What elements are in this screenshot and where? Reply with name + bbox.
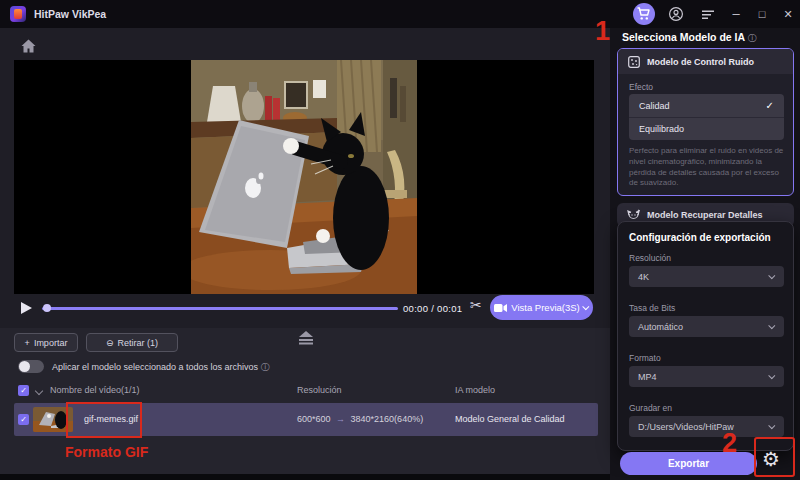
cat-face-icon <box>627 209 640 221</box>
save-path-value: D:/Users/Videos/HitPaw <box>638 422 734 432</box>
column-header-name[interactable]: Nombre del vídeo(1/1) <box>50 385 140 395</box>
seek-slider[interactable] <box>42 307 398 310</box>
close-button[interactable]: ✕ <box>780 6 796 22</box>
chevron-down-icon <box>768 422 775 429</box>
save-path-label: Guradar en <box>629 403 672 413</box>
export-config-popup: Configuración de exportación Resolución … <box>617 221 794 451</box>
home-icon <box>20 38 37 54</box>
info-icon[interactable]: ⓘ <box>748 33 757 43</box>
save-path-select[interactable]: D:/Users/Videos/HitPaw <box>629 416 784 437</box>
resolution-value: 4K <box>638 272 649 282</box>
detail-model-title: Modelo Recuperar Detalles <box>647 210 763 220</box>
maximize-button[interactable]: □ <box>754 6 770 22</box>
panel-title-text: Selecciona Modelo de IA <box>622 31 745 43</box>
resolution-from: 600*600 <box>297 414 331 424</box>
effect-options: Calidad ✓ Equilibrado <box>629 94 784 140</box>
check-icon: ✓ <box>20 386 27 395</box>
video-preview-frame <box>191 60 417 294</box>
account-button[interactable] <box>668 6 684 22</box>
video-camera-icon <box>494 303 507 313</box>
play-button[interactable] <box>21 302 32 314</box>
noise-model-card[interactable]: Modelo de Control Ruido Efecto Calidad ✓… <box>617 48 794 196</box>
menu-button[interactable] <box>700 6 716 22</box>
collapse-panel-button[interactable] <box>298 331 314 349</box>
seek-slider-knob[interactable] <box>43 304 51 312</box>
app-logo-icon <box>10 6 26 22</box>
bitrate-select[interactable]: Automático <box>629 316 784 337</box>
apply-all-label: Aplicar el modelo seleccionado a todos l… <box>52 361 270 374</box>
check-icon: ✓ <box>20 415 27 424</box>
chevron-down-icon <box>768 322 775 329</box>
vista-previa-button[interactable]: Vista Previa(3S) <box>490 295 593 320</box>
column-header-model[interactable]: IA modelo <box>455 385 495 395</box>
cat-laptop-video-frame <box>191 60 417 294</box>
remove-button[interactable]: ⊖ Retirar (1) <box>86 333 178 352</box>
settings-panel: Selecciona Modelo de IA ⓘ Modelo de Cont… <box>610 28 800 480</box>
export-config-title: Configuración de exportación <box>629 232 771 243</box>
bitrate-value: Automático <box>638 322 683 332</box>
eject-icon <box>298 331 314 345</box>
select-all-checkbox[interactable]: ✓ <box>18 385 29 396</box>
option-equilibrado[interactable]: Equilibrado <box>629 117 784 140</box>
import-button[interactable]: + Importar <box>14 333 78 352</box>
resolution-label: Resolución <box>629 253 671 263</box>
remove-circle-icon: ⊖ <box>106 338 114 348</box>
store-button[interactable] <box>633 3 655 25</box>
minimize-button[interactable]: – <box>728 6 744 22</box>
check-icon: ✓ <box>766 100 774 111</box>
row-checkbox[interactable]: ✓ <box>18 414 29 425</box>
bottom-strip <box>0 474 610 480</box>
model-description: Perfecto para eliminar el ruido en video… <box>629 146 785 189</box>
chevron-down-icon <box>582 303 589 310</box>
resolution-select[interactable]: 4K <box>629 266 784 287</box>
option-calidad-label: Calidad <box>639 101 670 111</box>
annotation-formato-gif: Formato GIF <box>65 444 148 460</box>
chevron-down-icon <box>768 272 775 279</box>
plus-icon: + <box>25 338 30 348</box>
annotation-box-gear <box>754 437 795 477</box>
format-value: MP4 <box>638 372 657 382</box>
noise-model-header[interactable]: Modelo de Control Ruido <box>618 49 793 74</box>
time-display: 00:00 / 00:01 <box>403 303 462 314</box>
arrow-icon: → <box>333 414 348 424</box>
panel-title: Selecciona Modelo de IA ⓘ <box>622 31 757 45</box>
vista-previa-label: Vista Previa(3S) <box>511 302 579 313</box>
app-title: HitPaw VikPea <box>34 8 106 20</box>
annotation-box-filename <box>66 402 142 438</box>
titlebar: HitPaw VikPea – □ ✕ <box>0 0 800 28</box>
app-window: HitPaw VikPea – □ ✕ <box>0 0 800 480</box>
annotation-step2: 2 <box>722 428 737 459</box>
noise-reduction-icon <box>628 56 640 68</box>
apply-all-text: Aplicar el modelo seleccionado a todos l… <box>52 362 258 372</box>
trim-scissors-icon[interactable]: ✂ <box>470 297 482 313</box>
resolution-cell: 600*600 → 3840*2160(640%) <box>297 414 423 424</box>
model-cell: Modelo General de Calidad <box>455 414 565 424</box>
account-icon <box>668 6 684 22</box>
format-label: Formato <box>629 353 661 363</box>
bitrate-label: Tasa de Bits <box>629 303 675 313</box>
file-panel: + Importar ⊖ Retirar (1) Aplicar el mode… <box>0 328 610 475</box>
menu-icon <box>700 6 716 22</box>
apply-all-toggle[interactable] <box>18 360 44 373</box>
option-equilibrado-label: Equilibrado <box>639 124 684 134</box>
import-label: Importar <box>34 338 68 348</box>
noise-model-title: Modelo de Control Ruido <box>647 57 754 67</box>
cart-icon <box>633 3 655 25</box>
chevron-down-icon <box>768 372 775 379</box>
video-preview-area[interactable] <box>14 60 594 294</box>
effect-label: Efecto <box>629 82 653 92</box>
remove-label: Retirar (1) <box>118 338 159 348</box>
format-select[interactable]: MP4 <box>629 366 784 387</box>
info-icon[interactable]: ⓘ <box>261 362 270 372</box>
home-button[interactable] <box>20 38 37 58</box>
option-calidad[interactable]: Calidad ✓ <box>629 94 784 117</box>
column-header-resolution[interactable]: Resolución <box>297 385 342 395</box>
chevron-down-icon[interactable] <box>35 387 43 395</box>
resolution-to: 3840*2160(640%) <box>351 414 424 424</box>
annotation-step1: 1 <box>595 16 610 47</box>
